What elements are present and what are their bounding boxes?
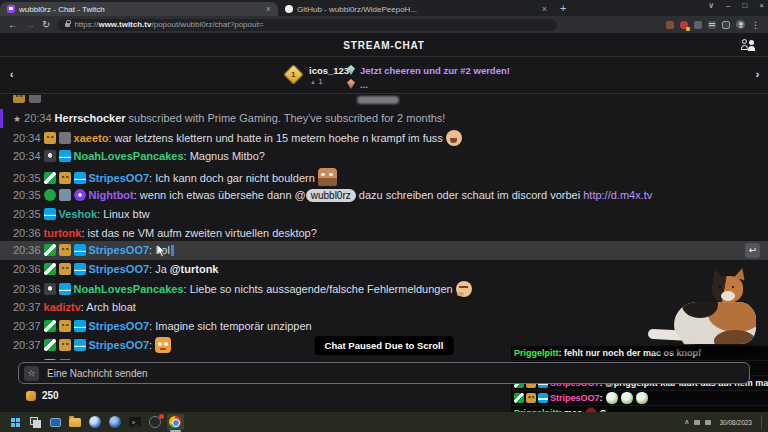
browser-app-icon-2[interactable] — [107, 414, 124, 430]
extension-icon[interactable] — [666, 21, 674, 29]
username[interactable]: turtonk — [44, 227, 82, 239]
subscriber-badge-icon — [44, 359, 56, 360]
file-explorer-icon[interactable] — [67, 414, 84, 430]
bits-gem-red-icon — [347, 79, 355, 89]
reading-list-icon[interactable] — [708, 21, 716, 29]
tab-close-icon[interactable]: × — [266, 5, 271, 14]
maximize-button[interactable]: □ — [742, 1, 747, 10]
puzzle-extensions-icon[interactable] — [694, 21, 702, 29]
chat-message-row-hovered[interactable]: 20:36StripesOO7: Lol ↩ — [0, 241, 768, 260]
terminal-icon[interactable]: >_ — [127, 414, 144, 430]
tab-github[interactable]: GitHub - wubbl0rz/WidePeepoH... × — [278, 2, 554, 16]
chat-header: STREAM-CHAT — [0, 33, 768, 57]
leaderboard-next-icon[interactable]: › — [756, 69, 759, 80]
chat-message-row: 20:35Veshok: Linux btw — [0, 205, 768, 224]
username[interactable]: StripesOO7 — [89, 244, 150, 256]
chat-message-input[interactable] — [45, 367, 744, 380]
new-tab-button[interactable]: + — [560, 2, 566, 14]
username[interactable]: Herrschocker — [55, 112, 126, 124]
moderator-badge-icon — [514, 393, 524, 403]
message-text: : Arch bloat — [81, 301, 136, 313]
channel-points-button[interactable]: 250 — [26, 390, 59, 401]
tab-search-icon[interactable]: ∨ — [708, 1, 714, 10]
mention-pill: wubbl0rz — [306, 189, 356, 202]
subscriber-badge-icon — [59, 320, 71, 332]
chat-link[interactable]: http://d.m4x.tv — [583, 189, 652, 201]
username[interactable]: NoahLovesPancakes — [74, 283, 184, 295]
username[interactable]: Nightbot — [89, 189, 134, 201]
leaderboard-prev-icon[interactable]: ‹ — [10, 69, 13, 80]
cat-eyes — [719, 286, 721, 288]
app-icon[interactable] — [47, 414, 64, 430]
message-text: : wegen kotlin — [108, 359, 175, 360]
side-panel-icon[interactable] — [722, 21, 730, 29]
username[interactable]: StripesOO7 — [89, 172, 150, 184]
timestamp: 20:35 — [13, 189, 41, 201]
timestamp: 20:36 — [13, 244, 41, 256]
reload-icon[interactable]: ↻ — [42, 20, 50, 30]
chat-message-row: 20:35Nightbot: wenn ich etwas übersehe d… — [0, 186, 768, 205]
username[interactable]: StripesOO7 — [89, 339, 150, 351]
close-window-button[interactable]: × — [759, 1, 764, 10]
bits-star-icon[interactable]: ☆ — [24, 366, 39, 381]
browser-app-icon[interactable] — [87, 414, 104, 430]
username[interactable]: xaeeto — [74, 132, 109, 144]
subscriber-badge-icon — [44, 283, 56, 295]
forward-icon[interactable]: → — [25, 20, 35, 30]
moderator-badge-icon — [44, 320, 56, 332]
subscriber-badge-icon — [13, 95, 25, 103]
task-view-button[interactable] — [27, 414, 44, 430]
browser-menu-icon[interactable]: ⋮ — [751, 20, 760, 30]
moderator-badge-icon — [44, 339, 56, 351]
chrome-taskbar-icon[interactable] — [167, 414, 184, 430]
prime-badge-icon — [74, 172, 86, 184]
timestamp: 20:35 — [13, 208, 41, 220]
message-text: : — [149, 339, 152, 351]
reply-button[interactable]: ↩ — [745, 243, 760, 258]
username[interactable]: StripesOO7 — [89, 320, 150, 332]
leaderboard-username[interactable]: icos_123 — [309, 65, 349, 76]
timestamp: 20:36 — [13, 283, 41, 295]
network-icon[interactable] — [694, 420, 700, 425]
extension-badge-icon[interactable] — [680, 21, 688, 29]
browser-toolbar: ← → ↻ https://www.twitch.tv/popout/wubbl… — [0, 16, 768, 33]
url-bar[interactable]: https://www.twitch.tv/popout/wubbl0rz/ch… — [57, 19, 557, 31]
subscriber-badge-icon — [59, 172, 71, 184]
overlay-message: StripesOO7: — [511, 391, 768, 405]
leaderboard-cta: Jetzt cheeren und zur #2 werden! — [347, 63, 510, 77]
back-icon[interactable]: ← — [8, 20, 18, 30]
prime-badge-icon — [59, 150, 71, 162]
username[interactable]: xaeeto — [74, 359, 109, 360]
page-title: STREAM-CHAT — [0, 40, 768, 51]
message-text: : Ja — [149, 263, 170, 275]
volume-icon[interactable] — [705, 420, 711, 425]
username[interactable]: NoahLovesPancakes — [74, 150, 184, 162]
show-desktop-button[interactable] — [761, 415, 763, 429]
taskbar-date[interactable]: 30/08/2023 — [719, 419, 752, 426]
overlay-username: StripesOO7 — [550, 393, 600, 403]
mention-text[interactable]: @turtonk — [170, 263, 219, 275]
start-button[interactable] — [7, 414, 24, 430]
message-text: : Ich kann doch gar nicht bouldern — [149, 172, 315, 184]
tab-close-icon[interactable]: × — [542, 5, 547, 14]
chat-paused-button[interactable]: Chat Paused Due to Scroll — [315, 336, 454, 355]
community-users-icon[interactable] — [741, 39, 756, 51]
subscriber-badge-icon — [44, 132, 56, 144]
rank-1-badge: 1 — [283, 64, 304, 85]
timestamp: 20:37 — [13, 301, 41, 313]
tab-twitch-chat[interactable]: wubbl0rz - Chat - Twitch × — [0, 2, 278, 16]
cat-shadow — [650, 344, 764, 356]
username[interactable]: kadiztv — [44, 301, 81, 313]
tray-chevron-icon[interactable]: ∧ — [684, 418, 689, 426]
message-text: : Magnus Mitbo? — [184, 150, 265, 162]
username[interactable]: StripesOO7 — [89, 263, 150, 275]
clipped-message-row — [0, 95, 768, 109]
obs-icon[interactable] — [147, 414, 164, 430]
profile-avatar-icon[interactable] — [736, 20, 745, 29]
username[interactable]: Veshok — [59, 208, 98, 220]
thinking-face-emote — [456, 281, 472, 297]
browser-tab-strip: wubbl0rz - Chat - Twitch × GitHub - wubb… — [0, 0, 768, 16]
chat-input-box[interactable]: ☆ — [18, 362, 750, 384]
minimize-button[interactable]: – — [726, 1, 730, 10]
prime-badge-icon — [74, 320, 86, 332]
